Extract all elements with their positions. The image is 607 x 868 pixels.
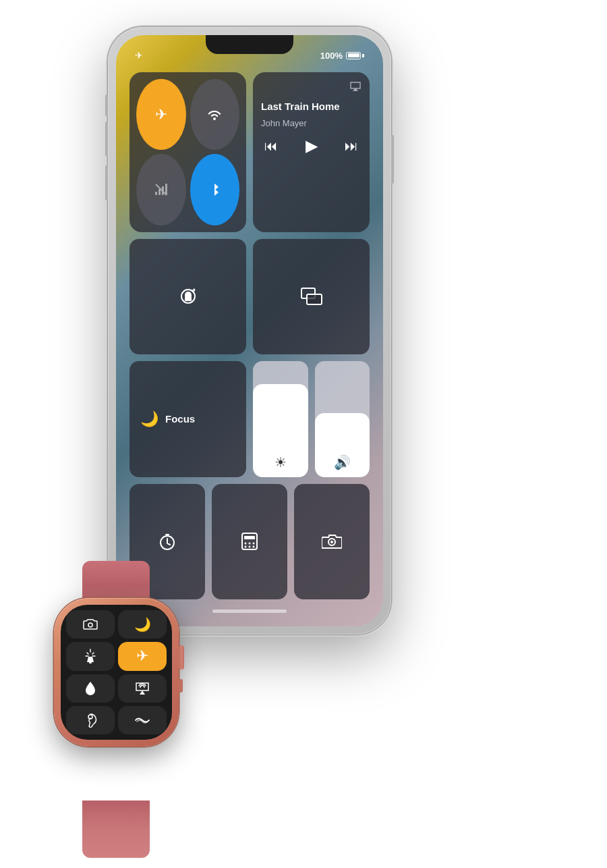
track-artist: John Mayer [261, 118, 362, 128]
airplane-mode-button[interactable]: ✈ [136, 79, 186, 150]
svg-point-16 [245, 546, 247, 548]
svg-point-20 [330, 541, 333, 543]
svg-point-13 [245, 543, 247, 545]
watch-walkie-talkie-button[interactable] [118, 706, 167, 734]
orientation-lock-button[interactable] [129, 239, 246, 355]
cellular-button[interactable] [136, 154, 186, 225]
watch-airplane-button[interactable]: ✈ [118, 642, 167, 670]
fast-forward-button[interactable]: ⏭ [345, 138, 358, 154]
bottom-row [129, 484, 370, 600]
svg-rect-10 [165, 534, 169, 535]
control-center: ✈ [129, 72, 370, 599]
battery-icon [346, 52, 364, 59]
svg-point-14 [249, 543, 251, 545]
brightness-slider[interactable]: ☀ [253, 361, 308, 477]
svg-point-18 [253, 546, 255, 548]
volume-up-button[interactable] [105, 121, 108, 157]
watch-side-button[interactable] [179, 679, 183, 693]
watch-hearing-button[interactable] [66, 706, 115, 734]
watch-sleep-button[interactable]: 🌙 [118, 610, 167, 639]
iphone-screen: ✈ 100% ✈ [116, 35, 383, 626]
mute-switch[interactable] [105, 94, 108, 116]
svg-point-17 [249, 546, 251, 548]
svg-rect-0 [155, 192, 157, 195]
watch-crown[interactable] [179, 645, 184, 670]
now-playing-widget[interactable]: Last Train Home John Mayer ⏮ ▶ ⏭ [253, 72, 370, 232]
apple-watch: 🌙 ✈ [54, 598, 243, 814]
volume-icon: 🔊 [334, 454, 351, 477]
svg-point-15 [253, 543, 255, 545]
status-left: ✈ [135, 50, 143, 61]
wifi-button[interactable] [190, 79, 240, 150]
battery-percentage: 100% [320, 51, 343, 61]
status-right: 100% [320, 51, 364, 61]
rewind-button[interactable]: ⏮ [264, 138, 278, 154]
watch-body: 🌙 ✈ [54, 598, 179, 747]
now-playing-header [261, 80, 362, 95]
watch-camera-button[interactable] [66, 610, 115, 639]
bluetooth-button[interactable] [190, 154, 240, 225]
svg-rect-8 [307, 294, 322, 304]
watch-flashlight-button[interactable] [66, 642, 115, 670]
power-button[interactable] [391, 135, 394, 184]
iphone: ✈ 100% ✈ [108, 27, 391, 634]
svg-point-21 [88, 623, 92, 627]
airplane-mode-status-icon: ✈ [135, 50, 143, 61]
volume-slider[interactable]: 🔊 [315, 361, 370, 477]
track-title: Last Train Home [261, 101, 362, 113]
screen-mirror-button[interactable] [253, 239, 370, 355]
volume-down-button[interactable] [105, 165, 108, 200]
play-pause-button[interactable]: ▶ [306, 136, 318, 155]
scene: ✈ 100% ✈ [0, 0, 607, 868]
focus-label: Focus [165, 413, 195, 425]
watch-screen: 🌙 ✈ [61, 605, 172, 740]
watch-airplay-button[interactable] [118, 674, 167, 703]
sliders-group: ☀ 🔊 [253, 361, 370, 477]
watch-water-lock-button[interactable] [66, 674, 115, 703]
brightness-icon: ☀ [274, 454, 287, 477]
svg-line-4 [156, 184, 167, 195]
svg-rect-6 [185, 296, 192, 301]
svg-rect-22 [89, 662, 92, 663]
playback-controls: ⏮ ▶ ⏭ [261, 136, 362, 155]
row3: 🌙 Focus ☀ 🔊 [129, 361, 370, 477]
svg-rect-1 [158, 189, 161, 195]
connectivity-group: ✈ [129, 72, 246, 232]
moon-icon: 🌙 [140, 410, 158, 428]
iphone-notch [206, 35, 293, 54]
svg-rect-12 [244, 536, 255, 539]
airplay-icon[interactable] [349, 80, 362, 95]
calculator-button[interactable] [212, 484, 287, 600]
camera-button[interactable] [294, 484, 370, 600]
focus-button[interactable]: 🌙 Focus [129, 361, 246, 477]
